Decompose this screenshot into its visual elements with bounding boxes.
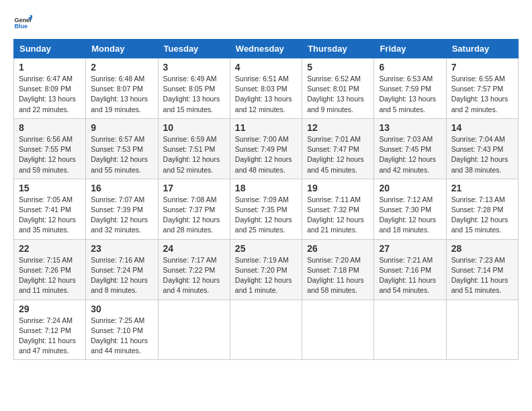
calendar-cell: 29Sunrise: 7:24 AMSunset: 7:12 PMDayligh… <box>14 300 86 360</box>
calendar-cell: 12Sunrise: 7:01 AMSunset: 7:47 PMDayligh… <box>302 118 374 179</box>
day-number: 25 <box>235 243 297 254</box>
day-number: 10 <box>163 122 225 133</box>
calendar-cell: 7Sunrise: 6:55 AMSunset: 7:57 PMDaylight… <box>446 58 518 119</box>
calendar-week-row: 22Sunrise: 7:15 AMSunset: 7:26 PMDayligh… <box>14 239 519 300</box>
calendar-cell: 17Sunrise: 7:08 AMSunset: 7:37 PMDayligh… <box>158 179 230 239</box>
calendar-cell: 27Sunrise: 7:21 AMSunset: 7:16 PMDayligh… <box>374 239 446 300</box>
calendar-cell: 23Sunrise: 7:16 AMSunset: 7:24 PMDayligh… <box>86 239 158 300</box>
calendar-week-row: 8Sunrise: 6:56 AMSunset: 7:55 PMDaylight… <box>14 118 519 179</box>
calendar-cell: 18Sunrise: 7:09 AMSunset: 7:35 PMDayligh… <box>230 179 302 239</box>
day-number: 15 <box>19 183 81 193</box>
day-number: 1 <box>19 62 81 73</box>
calendar-week-row: 1Sunrise: 6:47 AMSunset: 8:09 PMDaylight… <box>14 58 519 119</box>
calendar-cell: 16Sunrise: 7:07 AMSunset: 7:39 PMDayligh… <box>86 179 158 239</box>
calendar-cell: 20Sunrise: 7:12 AMSunset: 7:30 PMDayligh… <box>374 179 446 239</box>
calendar-cell: 26Sunrise: 7:20 AMSunset: 7:18 PMDayligh… <box>302 239 374 300</box>
day-detail: Sunrise: 6:57 AMSunset: 7:53 PMDaylight:… <box>91 134 152 175</box>
day-detail: Sunrise: 6:49 AMSunset: 8:05 PMDaylight:… <box>163 74 225 115</box>
day-detail: Sunrise: 7:13 AMSunset: 7:28 PMDaylight:… <box>451 195 513 236</box>
calendar-header-sunday: Sunday <box>14 40 86 58</box>
day-number: 3 <box>163 62 225 73</box>
day-number: 7 <box>451 62 513 73</box>
day-detail: Sunrise: 6:51 AMSunset: 8:03 PMDaylight:… <box>235 74 297 115</box>
calendar-cell: 14Sunrise: 7:04 AMSunset: 7:43 PMDayligh… <box>446 118 518 179</box>
calendar-cell: 19Sunrise: 7:11 AMSunset: 7:32 PMDayligh… <box>302 179 374 239</box>
calendar-cell: 10Sunrise: 6:59 AMSunset: 7:51 PMDayligh… <box>158 118 230 179</box>
day-detail: Sunrise: 7:05 AMSunset: 7:41 PMDaylight:… <box>19 195 81 236</box>
calendar-header-friday: Friday <box>374 40 446 58</box>
logo-icon: General Blue <box>13 13 32 32</box>
day-number: 27 <box>379 243 441 254</box>
calendar-header-saturday: Saturday <box>446 40 518 58</box>
day-detail: Sunrise: 7:11 AMSunset: 7:32 PMDaylight:… <box>307 195 369 236</box>
day-number: 22 <box>19 243 81 254</box>
calendar-week-row: 15Sunrise: 7:05 AMSunset: 7:41 PMDayligh… <box>14 179 519 239</box>
calendar-cell: 22Sunrise: 7:15 AMSunset: 7:26 PMDayligh… <box>14 239 86 300</box>
day-number: 19 <box>307 183 369 193</box>
calendar-cell: 9Sunrise: 6:57 AMSunset: 7:53 PMDaylight… <box>86 118 158 179</box>
day-detail: Sunrise: 7:17 AMSunset: 7:22 PMDaylight:… <box>163 255 225 296</box>
calendar-cell <box>158 300 230 360</box>
calendar-cell: 24Sunrise: 7:17 AMSunset: 7:22 PMDayligh… <box>158 239 230 300</box>
calendar-body: 1Sunrise: 6:47 AMSunset: 8:09 PMDaylight… <box>14 58 519 360</box>
day-detail: Sunrise: 7:09 AMSunset: 7:35 PMDaylight:… <box>235 195 297 236</box>
day-number: 28 <box>451 243 513 254</box>
calendar-table: SundayMondayTuesdayWednesdayThursdayFrid… <box>13 39 519 360</box>
calendar-cell: 13Sunrise: 7:03 AMSunset: 7:45 PMDayligh… <box>374 118 446 179</box>
calendar-cell: 3Sunrise: 6:49 AMSunset: 8:05 PMDaylight… <box>158 58 230 119</box>
calendar-cell <box>302 300 374 360</box>
calendar-week-row: 29Sunrise: 7:24 AMSunset: 7:12 PMDayligh… <box>14 300 519 360</box>
calendar-cell <box>230 300 302 360</box>
calendar-header-monday: Monday <box>86 40 158 58</box>
day-detail: Sunrise: 7:19 AMSunset: 7:20 PMDaylight:… <box>235 255 297 296</box>
calendar-cell: 25Sunrise: 7:19 AMSunset: 7:20 PMDayligh… <box>230 239 302 300</box>
day-detail: Sunrise: 7:15 AMSunset: 7:26 PMDaylight:… <box>19 255 81 296</box>
day-detail: Sunrise: 7:00 AMSunset: 7:49 PMDaylight:… <box>235 134 297 175</box>
calendar-cell <box>374 300 446 360</box>
day-number: 2 <box>91 62 152 73</box>
day-number: 13 <box>379 122 441 133</box>
day-number: 30 <box>91 304 152 314</box>
calendar-cell: 8Sunrise: 6:56 AMSunset: 7:55 PMDaylight… <box>14 118 86 179</box>
day-detail: Sunrise: 6:56 AMSunset: 7:55 PMDaylight:… <box>19 134 81 175</box>
svg-text:Blue: Blue <box>14 23 28 30</box>
day-number: 11 <box>235 122 297 133</box>
day-detail: Sunrise: 6:53 AMSunset: 7:59 PMDaylight:… <box>379 74 441 115</box>
day-detail: Sunrise: 7:21 AMSunset: 7:16 PMDaylight:… <box>379 255 441 296</box>
calendar-header-tuesday: Tuesday <box>158 40 230 58</box>
day-number: 18 <box>235 183 297 193</box>
day-detail: Sunrise: 7:20 AMSunset: 7:18 PMDaylight:… <box>307 255 369 296</box>
day-number: 16 <box>91 183 152 193</box>
day-number: 21 <box>451 183 513 193</box>
calendar-cell: 2Sunrise: 6:48 AMSunset: 8:07 PMDaylight… <box>86 58 158 119</box>
day-number: 26 <box>307 243 369 254</box>
day-detail: Sunrise: 7:08 AMSunset: 7:37 PMDaylight:… <box>163 195 225 236</box>
day-number: 17 <box>163 183 225 193</box>
calendar-cell <box>446 300 518 360</box>
calendar-cell: 1Sunrise: 6:47 AMSunset: 8:09 PMDaylight… <box>14 58 86 119</box>
calendar-cell: 11Sunrise: 7:00 AMSunset: 7:49 PMDayligh… <box>230 118 302 179</box>
calendar-cell: 30Sunrise: 7:25 AMSunset: 7:10 PMDayligh… <box>86 300 158 360</box>
day-detail: Sunrise: 7:12 AMSunset: 7:30 PMDaylight:… <box>379 195 441 236</box>
day-detail: Sunrise: 7:16 AMSunset: 7:24 PMDaylight:… <box>91 255 152 296</box>
day-detail: Sunrise: 6:55 AMSunset: 7:57 PMDaylight:… <box>451 74 513 115</box>
day-number: 4 <box>235 62 297 73</box>
day-number: 23 <box>91 243 152 254</box>
day-detail: Sunrise: 7:04 AMSunset: 7:43 PMDaylight:… <box>451 134 513 175</box>
page-header: General Blue <box>13 13 519 32</box>
day-detail: Sunrise: 6:59 AMSunset: 7:51 PMDaylight:… <box>163 134 225 175</box>
calendar-cell: 4Sunrise: 6:51 AMSunset: 8:03 PMDaylight… <box>230 58 302 119</box>
day-number: 12 <box>307 122 369 133</box>
day-number: 6 <box>379 62 441 73</box>
logo: General Blue <box>13 13 35 32</box>
day-detail: Sunrise: 7:25 AMSunset: 7:10 PMDaylight:… <box>91 316 152 357</box>
day-detail: Sunrise: 7:24 AMSunset: 7:12 PMDaylight:… <box>19 316 81 357</box>
calendar-cell: 15Sunrise: 7:05 AMSunset: 7:41 PMDayligh… <box>14 179 86 239</box>
day-number: 9 <box>91 122 152 133</box>
day-detail: Sunrise: 7:03 AMSunset: 7:45 PMDaylight:… <box>379 134 441 175</box>
day-detail: Sunrise: 7:01 AMSunset: 7:47 PMDaylight:… <box>307 134 369 175</box>
day-detail: Sunrise: 7:07 AMSunset: 7:39 PMDaylight:… <box>91 195 152 236</box>
day-number: 5 <box>307 62 369 73</box>
day-detail: Sunrise: 7:23 AMSunset: 7:14 PMDaylight:… <box>451 255 513 296</box>
day-number: 20 <box>379 183 441 193</box>
